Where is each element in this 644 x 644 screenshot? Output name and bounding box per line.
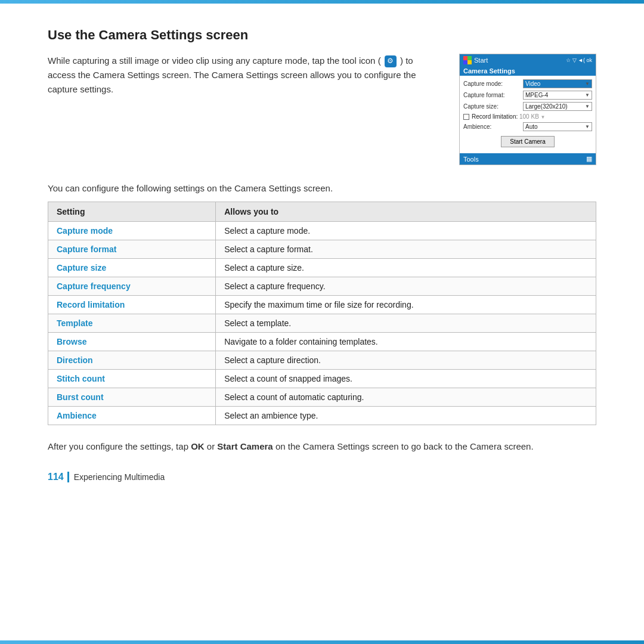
phone-start-label: Start <box>474 57 488 64</box>
setting-link[interactable]: Direction <box>57 355 93 365</box>
table-row: TemplateSelect a template. <box>48 314 596 333</box>
phone-record-limitation-row: Record limitation: 100 KB ▼ <box>463 113 592 120</box>
phone-capture-size-row: Capture size: Large(320x210) ▼ <box>463 102 592 111</box>
footer-text-part1: After you configure the settings, tap <box>48 441 191 451</box>
phone-ambience-value: Auto ▼ <box>523 122 592 131</box>
col-allows: Allows you to <box>216 202 596 222</box>
phone-status-icons: ☆ ▽ ◄( ok <box>566 57 592 63</box>
page-section: Experiencing Multimedia <box>74 472 165 482</box>
setting-link[interactable]: Capture mode <box>57 226 113 236</box>
intro-text: While capturing a still image or video c… <box>48 54 441 97</box>
table-setting-cell: Capture mode <box>48 222 216 240</box>
phone-ambience-label: Ambience: <box>463 123 523 130</box>
table-setting-cell: Capture size <box>48 259 216 277</box>
phone-body: Capture mode: Video ▼ Capture format: MP… <box>460 76 596 153</box>
intro-section: While capturing a still image or video c… <box>48 54 596 165</box>
table-setting-cell: Capture frequency <box>48 277 216 296</box>
footer-text-part2: on the Camera Settings screen to go back… <box>273 441 534 451</box>
table-row: Capture frequencySelect a capture freque… <box>48 277 596 296</box>
col-setting: Setting <box>48 202 216 222</box>
table-setting-cell: Template <box>48 314 216 333</box>
phone-capture-format-row: Capture format: MPEG-4 ▼ <box>463 91 592 100</box>
table-setting-cell: Browse <box>48 333 216 351</box>
phone-tools-icon: ▦ <box>586 155 592 163</box>
phone-bottom-bar: Tools ▦ <box>460 153 596 165</box>
table-row: Capture modeSelect a capture mode. <box>48 222 596 240</box>
page-number-section: 114 Experiencing Multimedia <box>48 472 596 482</box>
phone-section-title: Camera Settings <box>460 66 596 76</box>
phone-capture-mode-label: Capture mode: <box>463 80 523 87</box>
setting-link[interactable]: Capture size <box>57 263 106 273</box>
table-description-cell: Select a capture format. <box>216 240 596 259</box>
phone-start-camera-btn-container: Start Camera <box>463 136 592 147</box>
table-description-cell: Select an ambience type. <box>216 407 596 425</box>
setting-link[interactable]: Burst count <box>57 392 104 402</box>
phone-record-limitation-checkbox <box>463 114 469 120</box>
page-content: Use the Camera Settings screen While cap… <box>0 4 644 506</box>
setting-link[interactable]: Ambience <box>57 411 97 420</box>
phone-capture-size-label: Capture size: <box>463 103 523 110</box>
phone-tools-label: Tools <box>463 156 479 163</box>
phone-capture-mode-row: Capture mode: Video ▼ <box>463 79 592 88</box>
table-setting-cell: Ambience <box>48 407 216 425</box>
windows-mobile-icon <box>463 56 472 64</box>
table-intro: You can configure the following settings… <box>48 183 596 193</box>
table-description-cell: Select a capture frequency. <box>216 277 596 296</box>
phone-record-limitation-value: 100 KB ▼ <box>519 113 546 120</box>
table-row: Capture sizeSelect a capture size. <box>48 259 596 277</box>
phone-capture-format-label: Capture format: <box>463 92 523 98</box>
table-description-cell: Navigate to a folder containing template… <box>216 333 596 351</box>
footer-text: After you configure the settings, tap OK… <box>48 439 596 454</box>
tool-icon <box>385 55 397 67</box>
phone-record-limitation-label: Record limitation: <box>472 113 519 120</box>
table-row: Record limitationSpecify the maximum tim… <box>48 296 596 314</box>
phone-capture-format-value: MPEG-4 ▼ <box>523 91 592 100</box>
table-row: AmbienceSelect an ambience type. <box>48 407 596 425</box>
page-title: Use the Camera Settings screen <box>48 27 596 43</box>
table-row: Capture formatSelect a capture format. <box>48 240 596 259</box>
table-setting-cell: Record limitation <box>48 296 216 314</box>
phone-start-camera-button[interactable]: Start Camera <box>501 136 554 147</box>
setting-link[interactable]: Capture frequency <box>57 281 131 291</box>
setting-link[interactable]: Browse <box>57 337 87 346</box>
page-number: 114 <box>48 472 64 482</box>
table-description-cell: Select a capture direction. <box>216 351 596 370</box>
footer-ok: OK <box>191 441 205 451</box>
table-header-row: Setting Allows you to <box>48 202 596 222</box>
footer-start-camera: Start Camera <box>217 441 273 451</box>
table-description-cell: Select a count of automatic capturing. <box>216 388 596 407</box>
table-description-cell: Specify the maximum time or file size fo… <box>216 296 596 314</box>
table-description-cell: Select a capture mode. <box>216 222 596 240</box>
phone-capture-mode-value: Video ▼ <box>523 79 592 88</box>
phone-screenshot: Start ☆ ▽ ◄( ok Camera Settings Capture … <box>459 54 596 165</box>
table-setting-cell: Direction <box>48 351 216 370</box>
setting-link[interactable]: Template <box>57 318 92 328</box>
table-header: Setting Allows you to <box>48 202 596 222</box>
page-divider <box>67 472 69 482</box>
bottom-accent-bar <box>0 640 644 644</box>
phone-capture-size-value: Large(320x210) ▼ <box>523 102 592 111</box>
table-row: DirectionSelect a capture direction. <box>48 351 596 370</box>
phone-ambience-row: Ambience: Auto ▼ <box>463 122 592 131</box>
table-body: Capture modeSelect a capture mode.Captur… <box>48 222 596 425</box>
settings-table: Setting Allows you to Capture modeSelect… <box>48 202 596 425</box>
setting-link[interactable]: Record limitation <box>57 300 125 309</box>
footer-or: or <box>205 441 218 451</box>
table-setting-cell: Capture format <box>48 240 216 259</box>
table-description-cell: Select a capture size. <box>216 259 596 277</box>
setting-link[interactable]: Stitch count <box>57 374 105 383</box>
phone-title-bar: Start ☆ ▽ ◄( ok <box>460 54 596 66</box>
table-description-cell: Select a template. <box>216 314 596 333</box>
table-setting-cell: Stitch count <box>48 370 216 388</box>
intro-text-part1: While capturing a still image or video c… <box>48 55 381 66</box>
table-row: BrowseNavigate to a folder containing te… <box>48 333 596 351</box>
table-row: Stitch countSelect a count of snapped im… <box>48 370 596 388</box>
setting-link[interactable]: Capture format <box>57 244 116 254</box>
table-setting-cell: Burst count <box>48 388 216 407</box>
table-description-cell: Select a count of snapped images. <box>216 370 596 388</box>
table-row: Burst countSelect a count of automatic c… <box>48 388 596 407</box>
